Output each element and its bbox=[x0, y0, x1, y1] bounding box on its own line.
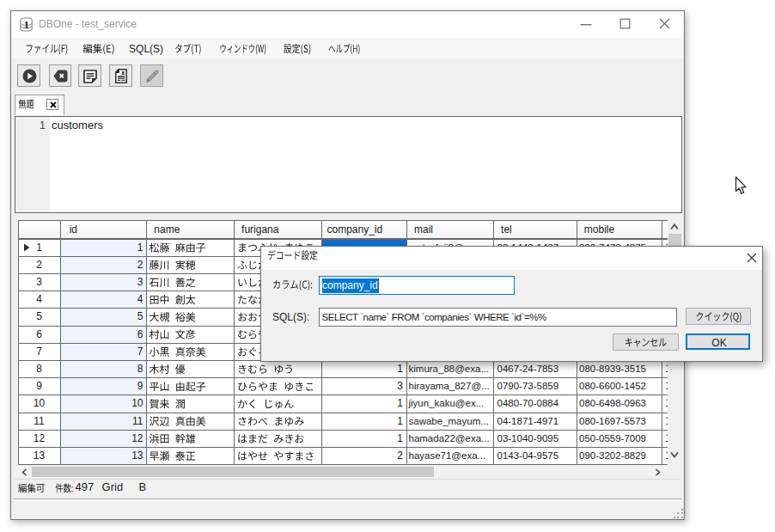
svg-text:1: 1 bbox=[24, 19, 29, 31]
